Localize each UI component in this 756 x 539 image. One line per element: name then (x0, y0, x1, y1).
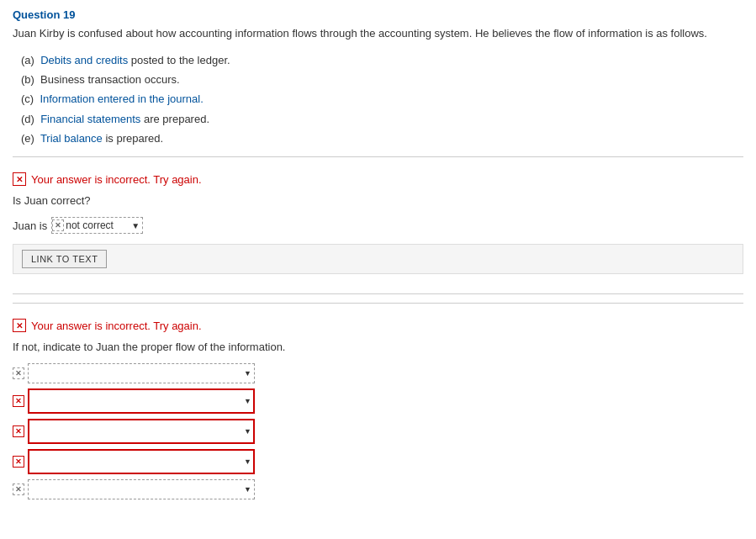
flow-select-3[interactable]: Business transaction occurs. Debits and … (28, 419, 255, 444)
row4-select-wrapper[interactable]: Business transaction occurs. Debits and … (28, 449, 255, 474)
flow-row-1: ✕ Business transaction occurs. Debits an… (13, 363, 743, 383)
question-text: Juan Kirby is confused about how account… (13, 25, 743, 42)
incorrect-text-2: Your answer is incorrect. Try again. (31, 320, 202, 332)
flow-select-5[interactable]: Business transaction occurs. Debits and … (28, 479, 255, 499)
juan-is-label: Juan is (13, 219, 47, 232)
list-item-b: (b) Business transaction occurs. (21, 70, 743, 89)
row5-select-wrapper[interactable]: Business transaction occurs. Debits and … (28, 479, 255, 499)
list-item-a: (a) Debits and credits posted to the led… (21, 50, 743, 70)
row2-select-wrapper[interactable]: Business transaction occurs. Debits and … (28, 388, 255, 414)
divider-1 (13, 156, 743, 157)
link-to-text-button[interactable]: LINK TO TEXT (22, 250, 107, 268)
correct-dropdown-wrapper[interactable]: ✕ not correct correct ▼ (51, 217, 143, 234)
flow-select-2[interactable]: Business transaction occurs. Debits and … (28, 388, 255, 414)
incorrect-message-1: ✕ Your answer is incorrect. Try again. (13, 172, 743, 186)
flow-select-4[interactable]: Business transaction occurs. Debits and … (28, 449, 255, 474)
feedback-section-2: ✕ Your answer is incorrect. Try again. I… (13, 312, 743, 499)
flow-row-3: ✕ Business transaction occurs. Debits an… (13, 419, 743, 444)
incorrect-message-2: ✕ Your answer is incorrect. Try again. (13, 319, 743, 332)
section1-prompt: Is Juan correct? (13, 194, 743, 207)
list-item-d: (d) Financial statements are prepared. (21, 109, 743, 129)
link-text-wrapper: LINK TO TEXT (13, 244, 743, 274)
divider-2 (13, 293, 743, 294)
section2-prompt: If not, indicate to Juan the proper flow… (13, 341, 743, 353)
juan-correct-form: Juan is ✕ not correct correct ▼ (13, 217, 743, 234)
question-number: Question 19 (13, 8, 743, 21)
flow-row-2: ✕ Business transaction occurs. Debits an… (13, 388, 743, 414)
incorrect-text-1: Your answer is incorrect. Try again. (31, 173, 202, 186)
row1-select-wrapper[interactable]: Business transaction occurs. Debits and … (28, 363, 255, 383)
dropdown-arrow: ▼ (131, 221, 142, 230)
divider-3 (13, 303, 743, 304)
correct-select[interactable]: not correct correct (64, 218, 131, 233)
row4-x-icon: ✕ (13, 456, 24, 468)
flow-row-4: ✕ Business transaction occurs. Debits an… (13, 449, 743, 474)
flow-select-1[interactable]: Business transaction occurs. Debits and … (28, 363, 255, 383)
dropdown-x-icon: ✕ (52, 219, 64, 231)
row3-select-wrapper[interactable]: Business transaction occurs. Debits and … (28, 419, 255, 444)
row1-x-icon: ✕ (13, 367, 24, 379)
list-item-c: (c) Information entered in the journal. (21, 89, 743, 108)
row5-x-icon: ✕ (13, 484, 24, 495)
feedback-section-1: ✕ Your answer is incorrect. Try again. I… (13, 166, 743, 285)
answer-list: (a) Debits and credits posted to the led… (13, 50, 743, 149)
flow-row-5: ✕ Business transaction occurs. Debits an… (13, 479, 743, 499)
row3-x-icon: ✕ (13, 425, 24, 437)
list-item-e: (e) Trial balance is prepared. (21, 129, 743, 148)
incorrect-icon-2: ✕ (13, 319, 26, 332)
incorrect-icon-1: ✕ (13, 172, 26, 186)
row2-x-icon: ✕ (13, 395, 24, 407)
